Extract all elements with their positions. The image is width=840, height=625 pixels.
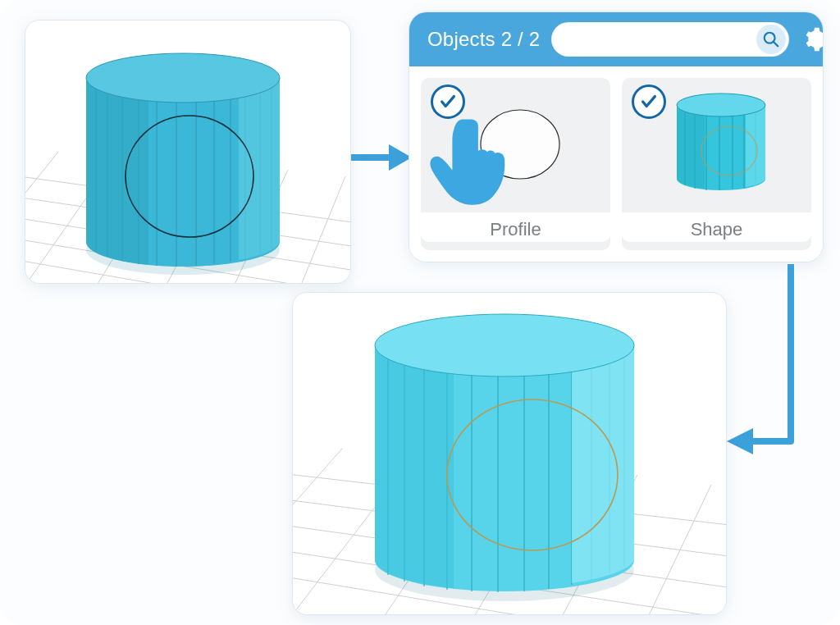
search-field-wrap[interactable] [551,22,789,57]
objects-panel-body: Profile [409,66,823,262]
settings-button[interactable] [801,23,824,56]
cylinder-unselected [86,53,280,275]
cylinder-selected [375,314,634,601]
svg-marker-41 [727,428,753,454]
objects-panel-header: Objects 2 / 2 [409,12,823,66]
check-icon [439,93,457,111]
arrow-step-1 [348,141,413,174]
object-card-profile[interactable]: Profile [421,78,610,250]
search-input[interactable] [563,30,756,49]
svg-line-30 [774,42,778,47]
search-button[interactable] [756,25,786,54]
objects-panel-title: Objects 2 / 2 [427,28,540,51]
objects-panel: Objects 2 / 2 [409,11,824,262]
scene-after [293,293,726,614]
viewport-before [25,20,351,284]
object-label-shape: Shape [622,212,811,242]
gear-icon [801,25,824,53]
arrow-step-2 [714,261,812,466]
svg-line-5 [25,152,58,283]
diagram-stage: Objects 2 / 2 [0,0,840,625]
object-label-profile: Profile [421,212,610,242]
scene-before [25,21,350,283]
object-card-shape[interactable]: Shape [622,78,811,250]
svg-line-47 [293,449,342,614]
svg-point-39 [677,94,765,116]
object-check-shape[interactable] [632,84,666,119]
svg-point-67 [375,314,634,376]
svg-point-25 [86,53,280,103]
svg-line-11 [321,183,350,283]
object-check-profile[interactable] [431,84,465,119]
viewport-after [292,292,727,615]
svg-point-31 [481,110,559,179]
search-icon [762,30,780,48]
check-icon [640,93,658,111]
